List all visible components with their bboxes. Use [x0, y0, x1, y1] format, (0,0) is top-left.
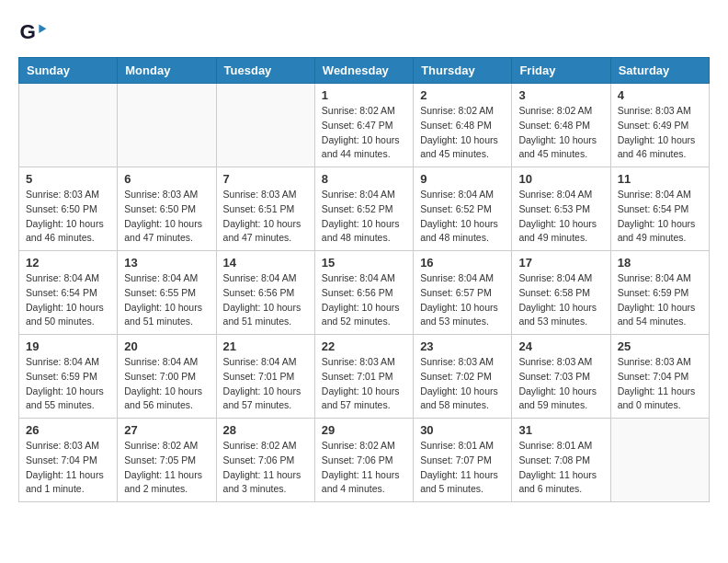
calendar-cell: 4Sunrise: 8:03 AMSunset: 6:49 PMDaylight…: [610, 84, 709, 167]
weekday-header-monday: Monday: [118, 58, 216, 84]
calendar-cell: 3Sunrise: 8:02 AMSunset: 6:48 PMDaylight…: [512, 84, 610, 167]
cell-content: Sunrise: 8:01 AMSunset: 7:07 PMDaylight:…: [420, 439, 505, 497]
day-number: 3: [518, 88, 603, 102]
calendar-week-row: 12Sunrise: 8:04 AMSunset: 6:54 PMDayligh…: [19, 251, 710, 335]
svg-marker-1: [39, 24, 46, 33]
calendar-cell: 26Sunrise: 8:03 AMSunset: 7:04 PMDayligh…: [19, 419, 118, 502]
calendar-cell: [118, 84, 216, 167]
weekday-header-sunday: Sunday: [19, 58, 118, 84]
weekday-header-thursday: Thursday: [414, 58, 512, 84]
calendar-table: SundayMondayTuesdayWednesdayThursdayFrid…: [18, 57, 710, 502]
cell-content: Sunrise: 8:04 AMSunset: 6:59 PMDaylight:…: [618, 271, 702, 329]
day-number: 17: [518, 256, 603, 270]
day-number: 30: [420, 423, 505, 437]
calendar-cell: [216, 84, 314, 167]
calendar-cell: 22Sunrise: 8:03 AMSunset: 7:01 PMDayligh…: [314, 335, 413, 419]
logo-icon: G: [18, 18, 48, 48]
cell-content: Sunrise: 8:04 AMSunset: 7:01 PMDaylight:…: [223, 355, 308, 413]
cell-content: Sunrise: 8:03 AMSunset: 7:03 PMDaylight:…: [518, 355, 603, 413]
cell-content: Sunrise: 8:04 AMSunset: 6:58 PMDaylight:…: [518, 271, 603, 329]
weekday-header-friday: Friday: [512, 58, 610, 84]
day-number: 7: [223, 172, 308, 186]
cell-content: Sunrise: 8:02 AMSunset: 6:48 PMDaylight:…: [518, 104, 603, 162]
weekday-header-row: SundayMondayTuesdayWednesdayThursdayFrid…: [19, 58, 710, 84]
day-number: 23: [420, 339, 505, 353]
cell-content: Sunrise: 8:04 AMSunset: 6:54 PMDaylight:…: [26, 271, 110, 329]
calendar-cell: 25Sunrise: 8:03 AMSunset: 7:04 PMDayligh…: [610, 335, 709, 419]
cell-content: Sunrise: 8:04 AMSunset: 6:52 PMDaylight:…: [420, 188, 505, 246]
calendar-week-row: 1Sunrise: 8:02 AMSunset: 6:47 PMDaylight…: [19, 84, 710, 167]
day-number: 20: [124, 339, 209, 353]
calendar-cell: 2Sunrise: 8:02 AMSunset: 6:48 PMDaylight…: [414, 84, 512, 167]
cell-content: Sunrise: 8:02 AMSunset: 6:47 PMDaylight:…: [322, 104, 406, 162]
day-number: 8: [322, 172, 406, 186]
day-number: 14: [223, 256, 308, 270]
day-number: 29: [322, 423, 406, 437]
day-number: 28: [223, 423, 308, 437]
day-number: 4: [618, 88, 702, 102]
calendar-cell: 18Sunrise: 8:04 AMSunset: 6:59 PMDayligh…: [610, 251, 709, 335]
svg-text:G: G: [20, 20, 36, 43]
calendar-cell: 27Sunrise: 8:02 AMSunset: 7:05 PMDayligh…: [118, 419, 216, 502]
calendar-cell: [19, 84, 118, 167]
day-number: 22: [322, 339, 406, 353]
cell-content: Sunrise: 8:03 AMSunset: 7:04 PMDaylight:…: [26, 439, 110, 497]
day-number: 26: [26, 423, 110, 437]
day-number: 10: [518, 172, 603, 186]
calendar-cell: 29Sunrise: 8:02 AMSunset: 7:06 PMDayligh…: [314, 419, 413, 502]
calendar-cell: 14Sunrise: 8:04 AMSunset: 6:56 PMDayligh…: [216, 251, 314, 335]
calendar-cell: 1Sunrise: 8:02 AMSunset: 6:47 PMDaylight…: [314, 84, 413, 167]
cell-content: Sunrise: 8:04 AMSunset: 6:55 PMDaylight:…: [124, 271, 209, 329]
weekday-header-tuesday: Tuesday: [216, 58, 314, 84]
day-number: 1: [322, 88, 406, 102]
day-number: 2: [420, 88, 505, 102]
calendar-cell: 23Sunrise: 8:03 AMSunset: 7:02 PMDayligh…: [414, 335, 512, 419]
day-number: 25: [618, 339, 702, 353]
cell-content: Sunrise: 8:03 AMSunset: 7:01 PMDaylight:…: [322, 355, 406, 413]
cell-content: Sunrise: 8:02 AMSunset: 7:05 PMDaylight:…: [124, 439, 209, 497]
calendar-cell: 15Sunrise: 8:04 AMSunset: 6:56 PMDayligh…: [314, 251, 413, 335]
day-number: 18: [618, 256, 702, 270]
cell-content: Sunrise: 8:02 AMSunset: 7:06 PMDaylight:…: [223, 439, 308, 497]
calendar-cell: 7Sunrise: 8:03 AMSunset: 6:51 PMDaylight…: [216, 167, 314, 251]
cell-content: Sunrise: 8:01 AMSunset: 7:08 PMDaylight:…: [518, 439, 603, 497]
day-number: 31: [518, 423, 603, 437]
cell-content: Sunrise: 8:04 AMSunset: 6:53 PMDaylight:…: [518, 188, 603, 246]
page-header: G: [18, 18, 710, 48]
calendar-cell: 9Sunrise: 8:04 AMSunset: 6:52 PMDaylight…: [414, 167, 512, 251]
day-number: 13: [124, 256, 209, 270]
calendar-cell: 12Sunrise: 8:04 AMSunset: 6:54 PMDayligh…: [19, 251, 118, 335]
cell-content: Sunrise: 8:04 AMSunset: 6:56 PMDaylight:…: [322, 271, 406, 329]
cell-content: Sunrise: 8:03 AMSunset: 6:49 PMDaylight:…: [618, 104, 702, 162]
day-number: 9: [420, 172, 505, 186]
day-number: 6: [124, 172, 209, 186]
calendar-cell: [610, 419, 709, 502]
cell-content: Sunrise: 8:03 AMSunset: 6:50 PMDaylight:…: [26, 188, 110, 246]
weekday-header-wednesday: Wednesday: [314, 58, 413, 84]
calendar-cell: 20Sunrise: 8:04 AMSunset: 7:00 PMDayligh…: [118, 335, 216, 419]
day-number: 27: [124, 423, 209, 437]
cell-content: Sunrise: 8:04 AMSunset: 6:52 PMDaylight:…: [322, 188, 406, 246]
calendar-week-row: 5Sunrise: 8:03 AMSunset: 6:50 PMDaylight…: [19, 167, 710, 251]
calendar-cell: 5Sunrise: 8:03 AMSunset: 6:50 PMDaylight…: [19, 167, 118, 251]
calendar-cell: 19Sunrise: 8:04 AMSunset: 6:59 PMDayligh…: [19, 335, 118, 419]
calendar-cell: 31Sunrise: 8:01 AMSunset: 7:08 PMDayligh…: [512, 419, 610, 502]
logo: G: [18, 18, 51, 48]
calendar-cell: 30Sunrise: 8:01 AMSunset: 7:07 PMDayligh…: [414, 419, 512, 502]
day-number: 19: [26, 339, 110, 353]
calendar-week-row: 26Sunrise: 8:03 AMSunset: 7:04 PMDayligh…: [19, 419, 710, 502]
day-number: 15: [322, 256, 406, 270]
cell-content: Sunrise: 8:04 AMSunset: 6:59 PMDaylight:…: [26, 355, 110, 413]
calendar-cell: 17Sunrise: 8:04 AMSunset: 6:58 PMDayligh…: [512, 251, 610, 335]
cell-content: Sunrise: 8:02 AMSunset: 6:48 PMDaylight:…: [420, 104, 505, 162]
cell-content: Sunrise: 8:02 AMSunset: 7:06 PMDaylight:…: [322, 439, 406, 497]
calendar-week-row: 19Sunrise: 8:04 AMSunset: 6:59 PMDayligh…: [19, 335, 710, 419]
calendar-cell: 28Sunrise: 8:02 AMSunset: 7:06 PMDayligh…: [216, 419, 314, 502]
cell-content: Sunrise: 8:03 AMSunset: 6:51 PMDaylight:…: [223, 188, 308, 246]
day-number: 16: [420, 256, 505, 270]
calendar-cell: 6Sunrise: 8:03 AMSunset: 6:50 PMDaylight…: [118, 167, 216, 251]
day-number: 24: [518, 339, 603, 353]
calendar-cell: 13Sunrise: 8:04 AMSunset: 6:55 PMDayligh…: [118, 251, 216, 335]
cell-content: Sunrise: 8:04 AMSunset: 7:00 PMDaylight:…: [124, 355, 209, 413]
cell-content: Sunrise: 8:04 AMSunset: 6:57 PMDaylight:…: [420, 271, 505, 329]
